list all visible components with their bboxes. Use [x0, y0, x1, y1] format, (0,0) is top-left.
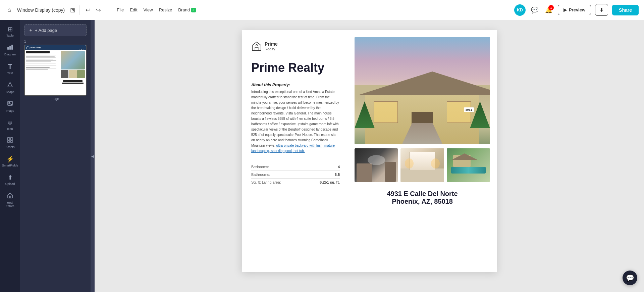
redo-button[interactable]: ↪	[94, 5, 103, 15]
svg-rect-6	[7, 138, 10, 140]
property-photo-aerial	[447, 148, 490, 182]
brand-label: Brand	[178, 7, 190, 12]
add-page-button[interactable]: ＋ + Add page	[24, 24, 87, 36]
avatar-button[interactable]: KD	[514, 4, 526, 16]
spec-value-bathrooms: 6.5	[304, 171, 340, 178]
comments-button[interactable]: 💬	[530, 5, 540, 15]
sidebar-item-text[interactable]: T Text	[1, 60, 19, 78]
sidebar-label-diagram: Diagram	[4, 53, 16, 56]
sidebar-item-diagram[interactable]: Diagram	[1, 41, 19, 59]
notifications-button[interactable]: 🔔 1	[544, 5, 554, 15]
svg-rect-8	[7, 141, 10, 142]
about-section: About this Property: Introducing this ex…	[251, 83, 340, 154]
home-button[interactable]: ⌂	[5, 5, 13, 15]
page-label: page	[24, 97, 87, 101]
sidebar-label-assets: Assets	[5, 145, 14, 149]
svg-rect-10	[8, 195, 12, 198]
preview-play-icon: ▶	[564, 7, 567, 12]
photo-grid	[355, 148, 490, 182]
page-options-button[interactable]: ⋯	[79, 47, 84, 52]
page-thumbnail[interactable]: Prime Realty	[24, 45, 87, 96]
main-area: ⊞ Table Diagram T Text Shape	[0, 20, 644, 292]
sidebar-label-realestate: Real Estate	[3, 201, 17, 208]
sidebar-item-shape[interactable]: Shape	[1, 79, 19, 96]
sidebar-label-smartfields: SmartFields	[2, 164, 18, 167]
sidebar-label-icon: Icon	[7, 127, 13, 131]
upload-icon: ⬆	[8, 174, 13, 181]
spec-value-bedrooms: 4	[304, 163, 340, 171]
icon-icon: ☺	[7, 119, 13, 126]
topbar-left: ⌂ Window Display (copy) ⬔ ↩ ↪ File Edit …	[5, 5, 199, 15]
svg-rect-9	[10, 141, 13, 142]
sidebar-label-table: Table	[6, 34, 14, 37]
plus-icon: ＋	[29, 27, 33, 33]
undo-button[interactable]: ↩	[84, 5, 93, 15]
share-button[interactable]: Share	[612, 5, 639, 15]
address-marker: 4931	[464, 107, 474, 112]
svg-rect-7	[10, 138, 13, 140]
table-icon: ⊞	[8, 26, 13, 33]
sidebar-item-icon[interactable]: ☺ Icon	[1, 116, 19, 133]
canvas-area[interactable]: Prime Realty Prime Realty About this Pro…	[95, 20, 644, 292]
doc-left-column: Prime Realty Prime Realty About this Pro…	[242, 30, 349, 272]
menu-edit[interactable]: Edit	[127, 6, 140, 14]
address-block: 4931 E Calle Del Norte Phoenix, AZ, 8501…	[355, 186, 490, 209]
text-icon: T	[8, 63, 12, 70]
brand-name: Prime	[265, 41, 278, 47]
about-text: Introducing this exceptional one of a ki…	[251, 89, 340, 154]
collapse-arrow-icon: ◀	[91, 154, 94, 158]
image-icon	[7, 100, 13, 108]
page-thumb-preview: Prime Realty	[25, 45, 86, 95]
menu-resize[interactable]: Resize	[156, 6, 175, 14]
notification-badge: 1	[548, 5, 554, 10]
doc-title: Window Display (copy)	[17, 7, 65, 13]
assets-icon	[7, 137, 13, 144]
menu-brand[interactable]: Brand ✓	[175, 6, 199, 14]
menu-view[interactable]: View	[141, 6, 156, 14]
sidebar-label-upload: Upload	[5, 182, 15, 186]
smartfields-icon: ⚡	[6, 155, 14, 163]
doc-right-column: 4931	[349, 30, 497, 272]
svg-rect-1	[9, 46, 11, 50]
brand-logo-svg	[251, 41, 262, 52]
svg-rect-0	[7, 47, 9, 50]
sidebar-item-upload[interactable]: ⬆ Upload	[1, 171, 19, 188]
sidebar-item-realestate[interactable]: Real Estate	[1, 190, 19, 210]
sidebar-item-table[interactable]: ⊞ Table	[1, 23, 19, 40]
house-roof	[359, 71, 490, 95]
panel-collapse-handle[interactable]: ◀	[91, 20, 95, 292]
svg-point-12	[256, 44, 258, 46]
sidebar-item-assets[interactable]: Assets	[1, 135, 19, 151]
chat-bubble-button[interactable]: 💬	[623, 271, 637, 285]
menu-file[interactable]: File	[114, 6, 126, 14]
page-thumbnail-container: 1 Prime Realty	[24, 40, 87, 101]
house-window-left	[374, 101, 398, 123]
sidebar-item-image[interactable]: Image	[1, 98, 19, 115]
specs-table: Bedrooms: 4 Bathrooms: 6.5 Sq. ft: Livin…	[251, 163, 340, 186]
sidebar-label-image: Image	[6, 109, 14, 112]
preview-button[interactable]: ▶ Preview	[558, 5, 591, 15]
divider2	[107, 5, 107, 15]
brand-logo-text: Prime Realty	[265, 41, 278, 51]
download-button[interactable]: ⬇	[595, 4, 608, 16]
sidebar-label-text: Text	[7, 71, 13, 75]
brand-check-icon: ✓	[191, 8, 196, 12]
svg-rect-2	[11, 45, 13, 50]
spec-row-bedrooms: Bedrooms: 4	[251, 163, 340, 171]
about-title: About this Property:	[251, 83, 340, 87]
document-page: Prime Realty Prime Realty About this Pro…	[242, 30, 497, 272]
svg-rect-11	[9, 196, 11, 198]
house-window-right	[447, 101, 471, 123]
spec-value-sqft: 6,251 sq. ft.	[304, 178, 340, 186]
undo-redo: ↩ ↪	[84, 5, 103, 15]
divider	[79, 5, 79, 15]
left-sidebar: ⊞ Table Diagram T Text Shape	[0, 20, 20, 292]
shape-icon	[7, 82, 13, 89]
topbar-right: KD 💬 🔔 1 ▶ Preview ⬇ Share	[514, 4, 639, 16]
spec-label-sqft: Sq. ft: Living area:	[251, 178, 304, 186]
sidebar-item-smartfields[interactable]: ⚡ SmartFields	[1, 153, 19, 170]
main-property-photo: 4931	[355, 37, 490, 144]
chat-bubble-icon: 💬	[626, 274, 634, 282]
svg-marker-3	[8, 82, 12, 87]
spec-label-bathrooms: Bathrooms:	[251, 171, 304, 178]
